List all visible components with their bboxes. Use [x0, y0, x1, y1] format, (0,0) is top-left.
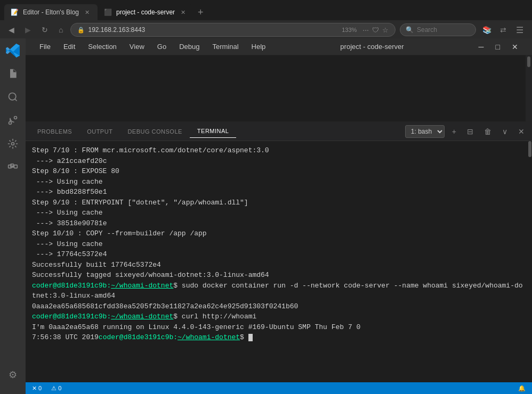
- terminal-line: Step 7/10 : FROM mcr.microsoft.com/dotne…: [32, 145, 526, 156]
- status-warnings[interactable]: ⚠ 0: [49, 385, 63, 392]
- terminal-panel-wrapper: Step 7/10 : FROM mcr.microsoft.com/dotne…: [26, 141, 532, 382]
- search-icon: 🔍: [406, 26, 414, 34]
- browser-chrome: 📝 Editor - Elton's Blog ✕ ⬛ project - co…: [0, 0, 532, 38]
- tab-code-server[interactable]: ⬛ project - code-server ✕: [98, 4, 194, 20]
- close-button[interactable]: ✕: [506, 40, 523, 53]
- activity-bar-top: [2, 43, 23, 362]
- menu-file[interactable]: File: [34, 40, 56, 53]
- split-terminal-button[interactable]: ⊟: [464, 126, 477, 137]
- status-bar: ✕ 0 ⚠ 0 🔔: [26, 382, 532, 394]
- more-actions-button[interactable]: ∨: [499, 126, 511, 137]
- menu-help[interactable]: Help: [246, 40, 271, 53]
- terminal-line: ---> bbd8288f50e1: [32, 187, 526, 198]
- terminal-line: Successfully built 17764c5372e4: [32, 260, 526, 270]
- zoom-badge: 133%: [339, 26, 359, 34]
- back-button[interactable]: ◀: [5, 24, 18, 35]
- menu-edit[interactable]: Edit: [58, 40, 80, 53]
- terminal-prompt-line: coder@d81de3191c9b:~/whoami-dotnet$ sudo…: [32, 281, 526, 301]
- menu-bar: File Edit Selection View Go Debug Termin…: [26, 38, 532, 55]
- star-icon[interactable]: ☆: [382, 26, 389, 34]
- tab-close-1[interactable]: ✕: [83, 9, 91, 17]
- main-area: File Edit Selection View Go Debug Termin…: [26, 38, 532, 394]
- terminal-prompt-line: coder@d81de3191c9b:~/whoami-dotnet$ curl…: [32, 311, 526, 322]
- tab-close-2[interactable]: ✕: [179, 9, 187, 17]
- minimize-button[interactable]: ─: [473, 40, 489, 53]
- browser-menu-button[interactable]: ☰: [513, 24, 527, 36]
- menu-view[interactable]: View: [124, 40, 150, 53]
- status-errors[interactable]: ✕ 0: [30, 385, 44, 392]
- panel-tab-actions: 1: bash + ⊟ 🗑 ∨ ✕: [405, 125, 528, 138]
- svg-point-2: [14, 117, 17, 119]
- menu-terminal[interactable]: Terminal: [207, 40, 244, 53]
- panel-tab-bar: PROBLEMS OUTPUT DEBUG CONSOLE TERMINAL 1…: [26, 122, 532, 141]
- menu-debug[interactable]: Debug: [174, 40, 205, 53]
- tab-problems[interactable]: PROBLEMS: [30, 125, 79, 138]
- bookmarks-icon[interactable]: 📚: [480, 24, 494, 35]
- reload-button[interactable]: ↻: [38, 24, 51, 35]
- terminal-selector[interactable]: 1: bash: [405, 125, 445, 138]
- new-tab-button[interactable]: +: [194, 5, 208, 20]
- warning-count: 0: [58, 385, 61, 391]
- svg-point-3: [12, 143, 14, 145]
- editor-area: [26, 55, 532, 121]
- window-controls: ─ □ ✕: [473, 40, 523, 53]
- svg-rect-5: [14, 165, 18, 168]
- home-button[interactable]: ⌂: [55, 24, 66, 35]
- status-bar-right: 🔔: [516, 385, 528, 392]
- terminal-line: ---> Using cache: [32, 239, 526, 250]
- lock-icon: 🔒: [77, 27, 85, 34]
- tab-terminal[interactable]: TERMINAL: [190, 125, 237, 138]
- terminal-line: Step 8/10 : EXPOSE 80: [32, 166, 526, 177]
- terminal-line: 0aaa2ea65a685681cfdd38ea5205f2b3e11827a2…: [32, 301, 526, 312]
- vscode-logo: [5, 43, 21, 59]
- terminal-line: Step 10/10 : COPY --from=builder /app /a…: [32, 228, 526, 239]
- terminal-last-line: 7:56:38 UTC 2019coder@d81de3191c9b:~/who…: [32, 332, 526, 343]
- tab-debug-console[interactable]: DEBUG CONSOLE: [120, 125, 189, 138]
- terminal-line: ---> Using cache: [32, 208, 526, 218]
- window-title: project - code-server: [273, 43, 471, 51]
- panel-scrollbar-thumb[interactable]: [528, 141, 531, 157]
- source-control-button[interactable]: [2, 110, 23, 131]
- more-icon: ···: [362, 26, 369, 34]
- kill-terminal-button[interactable]: 🗑: [481, 126, 495, 137]
- tab-favicon: 📝: [11, 9, 19, 16]
- browser-toolbar: ◀ ▶ ↻ ⌂ 🔒 192.168.2.163:8443 133% ··· 🛡 …: [0, 20, 532, 39]
- search-box[interactable]: 🔍: [400, 23, 476, 36]
- svg-point-1: [9, 122, 12, 125]
- tab-label2: project - code-server: [116, 9, 175, 16]
- close-panel-button[interactable]: ✕: [515, 126, 528, 137]
- explorer-button[interactable]: [2, 63, 23, 84]
- debug-button[interactable]: [2, 133, 23, 154]
- notification-bell[interactable]: 🔔: [516, 385, 528, 392]
- shield-icon: 🛡: [372, 26, 379, 34]
- panel-scrollbar[interactable]: [526, 141, 532, 382]
- tab-output[interactable]: OUTPUT: [79, 125, 120, 138]
- terminal-line: ---> Using cache: [32, 177, 526, 187]
- forward-button[interactable]: ▶: [22, 24, 34, 35]
- activity-bar: ⚙: [0, 38, 26, 394]
- bell-icon: 🔔: [518, 385, 526, 392]
- sync-icon[interactable]: ⇄: [498, 24, 509, 35]
- search-button[interactable]: [2, 86, 23, 108]
- tab-bar: 📝 Editor - Elton's Blog ✕ ⬛ project - co…: [0, 0, 532, 20]
- address-bar[interactable]: 🔒 192.168.2.163:8443 133% ··· 🛡 ☆: [70, 23, 396, 37]
- tab-eltons-blog[interactable]: 📝 Editor - Elton's Blog ✕: [4, 4, 98, 20]
- extensions-button[interactable]: [2, 157, 23, 178]
- new-terminal-button[interactable]: +: [449, 126, 460, 137]
- terminal-line: Step 9/10 : ENTRYPOINT ["dotnet", "/app/…: [32, 198, 526, 208]
- tab-label: Editor - Elton's Blog: [23, 9, 79, 16]
- settings-button[interactable]: ⚙: [2, 364, 23, 385]
- tab-favicon2: ⬛: [104, 9, 112, 16]
- error-icon: ✕: [32, 385, 37, 392]
- maximize-button[interactable]: □: [490, 40, 505, 53]
- vscode-container: ⚙ File Edit Selection View Go Debug Term…: [0, 38, 532, 394]
- svg-point-0: [9, 93, 16, 100]
- terminal-line: ---> a21ccaefd20c: [32, 156, 526, 167]
- menu-go[interactable]: Go: [152, 40, 172, 53]
- terminal-line: ---> 38518e90781e: [32, 218, 526, 229]
- menu-selection[interactable]: Selection: [83, 40, 122, 53]
- terminal-line: I'm 0aaa2ea65a68 running on Linux 4.4.0-…: [32, 322, 526, 333]
- address-text: 192.168.2.163:8443: [88, 26, 336, 34]
- terminal-content[interactable]: Step 7/10 : FROM mcr.microsoft.com/dotne…: [26, 141, 532, 382]
- search-input[interactable]: [417, 26, 470, 34]
